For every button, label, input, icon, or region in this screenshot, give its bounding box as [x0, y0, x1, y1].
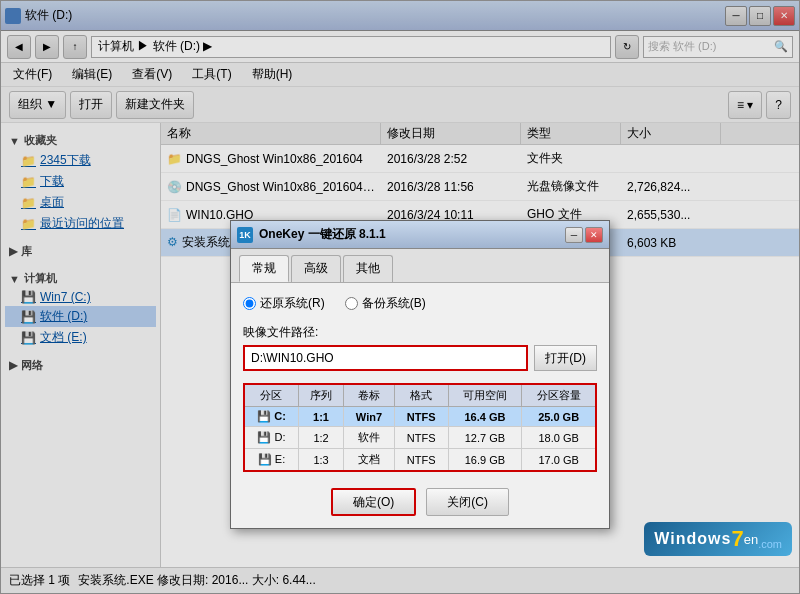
partition-row-c[interactable]: 💾 C: 1:1 Win7 NTFS 16.4 GB 25.0 GB: [244, 407, 596, 427]
dialog-title-bar: 1K OneKey 一键还原 8.1.1 ─ ✕: [231, 221, 609, 249]
partition-label: 软件: [344, 427, 395, 449]
partition-free: 16.9 GB: [448, 449, 522, 472]
backup-radio-input[interactable]: [345, 297, 358, 310]
onekey-icon: 1K: [237, 227, 253, 243]
dialog-tabs: 常规 高级 其他: [231, 249, 609, 283]
partition-part: 💾 C:: [244, 407, 298, 427]
path-input[interactable]: [243, 345, 528, 371]
watermark-en: en: [744, 532, 758, 547]
restore-radio[interactable]: 还原系统(R): [243, 295, 325, 312]
restore-radio-label: 还原系统(R): [260, 295, 325, 312]
drive-e-icon: 💾: [258, 453, 272, 465]
drive-c-icon: 💾: [257, 410, 271, 422]
radio-group: 还原系统(R) 备份系统(B): [243, 295, 597, 312]
tab-advanced[interactable]: 高级: [291, 255, 341, 282]
dialog-title-left: 1K OneKey 一键还原 8.1.1: [237, 226, 386, 243]
tab-normal[interactable]: 常规: [239, 255, 289, 282]
partition-free: 16.4 GB: [448, 407, 522, 427]
partition-seq: 1:2: [298, 427, 343, 449]
dialog-body: 还原系统(R) 备份系统(B) 映像文件路径: 打开(D) 分区 序列: [231, 283, 609, 528]
partition-seq: 1:1: [298, 407, 343, 427]
dialog-title-buttons: ─ ✕: [565, 227, 603, 243]
watermark-text: Windows: [654, 530, 731, 548]
partition-table: 分区 序列 卷标 格式 可用空间 分区容量 💾 C: 1:1 Win7: [243, 383, 597, 472]
col-header-seq: 序列: [298, 384, 343, 407]
partition-row-d[interactable]: 💾 D: 1:2 软件 NTFS 12.7 GB 18.0 GB: [244, 427, 596, 449]
watermark: Windows 7 en .com: [652, 514, 792, 564]
backup-radio-label: 备份系统(B): [362, 295, 426, 312]
partition-free: 12.7 GB: [448, 427, 522, 449]
cancel-button[interactable]: 关闭(C): [426, 488, 509, 516]
dialog-minimize-button[interactable]: ─: [565, 227, 583, 243]
open-button[interactable]: 打开(D): [534, 345, 597, 371]
partition-format: NTFS: [394, 407, 448, 427]
partition-format: NTFS: [394, 427, 448, 449]
watermark-com: .com: [758, 538, 782, 550]
col-header-label: 卷标: [344, 384, 395, 407]
path-label: 映像文件路径:: [243, 324, 597, 341]
partition-part: 💾 E:: [244, 449, 298, 472]
backup-radio[interactable]: 备份系统(B): [345, 295, 426, 312]
dialog-buttons: 确定(O) 关闭(C): [243, 484, 597, 516]
partition-seq: 1:3: [298, 449, 343, 472]
dialog-close-button[interactable]: ✕: [585, 227, 603, 243]
partition-format: NTFS: [394, 449, 448, 472]
partition-total: 25.0 GB: [522, 407, 596, 427]
tab-other[interactable]: 其他: [343, 255, 393, 282]
col-header-partition: 分区: [244, 384, 298, 407]
ok-button[interactable]: 确定(O): [331, 488, 416, 516]
drive-d-icon: 💾: [257, 431, 271, 443]
col-header-format: 格式: [394, 384, 448, 407]
dialog-overlay: 1K OneKey 一键还原 8.1.1 ─ ✕ 常规 高级 其他 还原系统(R…: [0, 0, 800, 594]
onekey-dialog: 1K OneKey 一键还原 8.1.1 ─ ✕ 常规 高级 其他 还原系统(R…: [230, 220, 610, 529]
partition-total: 18.0 GB: [522, 427, 596, 449]
restore-radio-input[interactable]: [243, 297, 256, 310]
partition-label: 文档: [344, 449, 395, 472]
partition-row-e[interactable]: 💾 E: 1:3 文档 NTFS 16.9 GB 17.0 GB: [244, 449, 596, 472]
partition-total: 17.0 GB: [522, 449, 596, 472]
watermark-7: 7: [731, 526, 743, 552]
col-header-free: 可用空间: [448, 384, 522, 407]
col-header-total: 分区容量: [522, 384, 596, 407]
partition-label: Win7: [344, 407, 395, 427]
path-row: 打开(D): [243, 345, 597, 371]
partition-part: 💾 D:: [244, 427, 298, 449]
dialog-title-text: OneKey 一键还原 8.1.1: [259, 226, 386, 243]
